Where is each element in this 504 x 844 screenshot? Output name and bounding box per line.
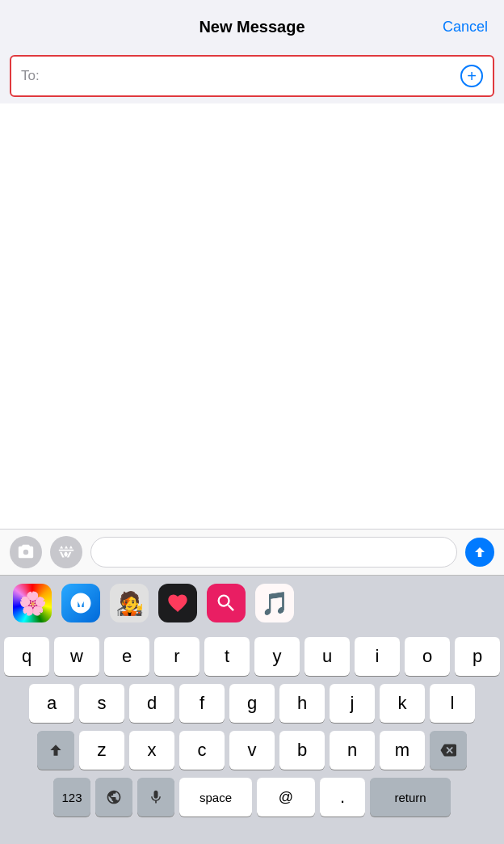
key-r[interactable]: r [154,637,200,676]
shift-key[interactable] [37,731,74,770]
key-p[interactable]: p [455,637,500,676]
bottom-bar [0,825,504,844]
globe-key[interactable] [95,778,132,817]
keyboard: q w e r t y u i o p a s d f g h j k l z … [0,631,504,825]
websearch-app-icon[interactable] [207,584,246,622]
backspace-key[interactable] [430,731,467,770]
key-e[interactable]: e [104,637,149,676]
key-v[interactable]: v [229,731,275,770]
appstore-icon [57,543,75,561]
app-strip: 🌸 🧑‍🎤 🎵 [0,575,504,631]
photos-app-icon[interactable]: 🌸 [13,584,52,622]
key-t[interactable]: t [204,637,250,676]
key-g[interactable]: g [229,684,275,723]
appstore-toolbar-button[interactable] [50,536,82,568]
keyboard-row-3: z x c v b n m [3,731,501,770]
keyboard-row-2: a s d f g h j k l [3,684,501,723]
key-u[interactable]: u [304,637,350,676]
key-l[interactable]: l [430,684,475,723]
key-w[interactable]: w [54,637,99,676]
to-label: To: [21,68,40,84]
appstore-app-icon[interactable] [61,584,100,622]
page-title: New Message [199,18,304,36]
key-c[interactable]: c [179,731,225,770]
to-input[interactable] [44,68,460,84]
at-key[interactable]: @ [257,778,315,817]
space-key[interactable]: space [179,778,252,817]
period-key[interactable]: . [320,778,365,817]
cancel-button[interactable]: Cancel [443,19,488,36]
key-s[interactable]: s [79,684,124,723]
key-a[interactable]: a [29,684,74,723]
add-recipient-button[interactable]: + [460,65,483,87]
key-x[interactable]: x [129,731,174,770]
key-b[interactable]: b [279,731,325,770]
mic-key[interactable] [137,778,174,817]
key-q[interactable]: q [4,637,49,676]
num-key[interactable]: 123 [53,778,90,817]
key-d[interactable]: d [129,684,174,723]
key-h[interactable]: h [279,684,325,723]
key-n[interactable]: n [330,731,375,770]
keyboard-row-1: q w e r t y u i o p [3,637,501,676]
key-j[interactable]: j [330,684,375,723]
key-z[interactable]: z [79,731,124,770]
keyboard-row-4: 123 space @ . return [3,778,501,817]
imessage-toolbar [0,529,504,575]
key-m[interactable]: m [380,731,425,770]
memoji-app-icon[interactable]: 🧑‍🎤 [110,584,149,622]
message-text-input[interactable] [90,537,457,568]
camera-icon [17,543,35,561]
header: New Message Cancel [0,0,504,49]
key-o[interactable]: o [405,637,450,676]
key-y[interactable]: y [254,637,300,676]
key-k[interactable]: k [380,684,425,723]
key-f[interactable]: f [179,684,225,723]
camera-button[interactable] [10,536,42,568]
message-area[interactable] [0,103,504,529]
return-key[interactable]: return [370,778,451,817]
music-app-icon[interactable]: 🎵 [255,584,294,622]
digitaltouch-app-icon[interactable] [158,584,197,622]
send-icon [472,545,487,559]
key-i[interactable]: i [355,637,400,676]
send-button[interactable] [465,538,494,567]
to-field-container: To: + [10,55,494,97]
